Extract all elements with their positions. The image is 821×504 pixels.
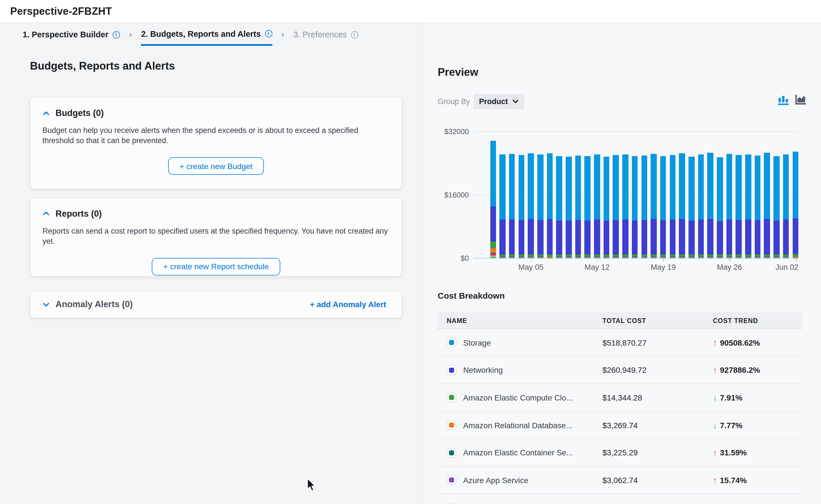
wizard-tab-1[interactable]: 1. Perspective Builderi	[23, 23, 120, 46]
group-by-dropdown[interactable]: Product	[473, 94, 524, 109]
bar-segment-storage	[509, 154, 515, 219]
cost-breakdown-row[interactable]: Elastic Load Balancing$2,359.78↓2.8%	[438, 494, 802, 504]
chevron-down-icon[interactable]	[42, 301, 50, 308]
series-color-swatch[interactable]	[447, 393, 456, 402]
stacked-bar[interactable]	[773, 156, 779, 258]
series-color-swatch[interactable]	[447, 365, 456, 375]
column-header-total-cost: TOTAL COST	[602, 317, 713, 324]
stacked-bar[interactable]	[537, 155, 543, 258]
info-icon[interactable]: i	[351, 31, 358, 38]
stacked-bar[interactable]	[613, 155, 619, 258]
stacked-bar[interactable]	[736, 155, 742, 258]
chevron-down-icon	[512, 100, 519, 104]
page-title: Perspective-2FBZHT	[10, 5, 112, 17]
cost-breakdown-row[interactable]: Amazon Elastic Container Se...$3,225.29↑…	[438, 439, 802, 467]
bar-segment-storage	[773, 156, 779, 221]
stacked-bar[interactable]	[547, 153, 553, 258]
series-color-swatch[interactable]	[447, 420, 456, 430]
cost-breakdown-row[interactable]: Amazon Elastic Compute Clo...$14,344.28↓…	[438, 384, 802, 412]
stacked-bar[interactable]	[764, 153, 770, 258]
budgets-card: Budgets (0) Budget can help you receive …	[30, 97, 402, 189]
trend-percent: 927886.2%	[720, 366, 760, 375]
bar-chart-icon[interactable]	[778, 94, 790, 106]
row-name: Amazon Elastic Container Se...	[463, 448, 573, 457]
row-name: Amazon Elastic Compute Clo...	[463, 393, 573, 402]
row-name: Storage	[463, 338, 491, 347]
bar-segment-storage	[708, 153, 714, 219]
bar-segment-storage	[547, 153, 553, 219]
row-cost-trend: ↑927886.2%	[713, 365, 811, 375]
y-axis-label: $0	[430, 254, 469, 262]
stacked-bar[interactable]	[632, 156, 638, 258]
cost-breakdown-row[interactable]: Amazon Relational Database...$3,269.74↓7…	[438, 412, 802, 439]
info-icon[interactable]: i	[112, 31, 120, 38]
x-axis-tick	[796, 258, 796, 261]
stacked-bar[interactable]	[698, 154, 704, 258]
bar-segment-storage	[679, 153, 685, 219]
stacked-bar[interactable]	[708, 153, 714, 258]
stacked-bar[interactable]	[717, 157, 723, 258]
stacked-bar[interactable]	[499, 154, 505, 258]
budgets-description: Budget can help you receive alerts when …	[42, 126, 389, 146]
series-color-swatch[interactable]	[447, 448, 456, 457]
stacked-bar[interactable]	[745, 154, 751, 258]
wizard-tab-3[interactable]: 3. Preferencesi	[293, 23, 358, 46]
stacked-bar[interactable]	[509, 154, 515, 258]
cost-breakdown-row[interactable]: Networking$260,949.72↑927886.2%	[438, 357, 802, 384]
stacked-bar[interactable]	[584, 156, 590, 258]
bar-segment-networking	[726, 219, 732, 255]
stacked-bar[interactable]	[792, 152, 798, 258]
bar-segment-storage	[764, 153, 770, 219]
info-icon[interactable]: i	[265, 30, 272, 37]
stacked-bar[interactable]	[689, 157, 695, 258]
step-separator-chevron-icon: ›	[281, 23, 284, 46]
stacked-bar[interactable]	[726, 154, 732, 258]
budgets-title: Budgets (0)	[55, 108, 104, 118]
stacked-bar[interactable]	[566, 157, 571, 258]
stacked-bar[interactable]	[594, 154, 600, 258]
series-color-swatch[interactable]	[447, 338, 456, 348]
bar-segment-rds	[490, 249, 496, 253]
stacked-bar[interactable]	[556, 156, 562, 258]
stacked-bar[interactable]	[528, 153, 534, 258]
stacked-bar[interactable]	[641, 156, 647, 258]
wizard-tab-bar: 1. Perspective Builderi›2. Budgets, Repo…	[0, 23, 421, 46]
cost-breakdown-row[interactable]: Azure App Service$3,062.74↑15.74%	[438, 467, 802, 494]
stacked-bar[interactable]	[679, 153, 685, 258]
bar-segment-networking	[499, 220, 505, 255]
bar-segment-networking	[783, 219, 789, 254]
bar-segment-networking	[594, 219, 600, 255]
wizard-tab-2[interactable]: 2. Budgets, Reports and Alertsi	[141, 23, 272, 46]
bar-segment-networking	[528, 219, 534, 255]
preview-heading: Preview	[438, 66, 478, 79]
stacked-bar[interactable]	[575, 156, 581, 258]
stacked-bar[interactable]	[755, 156, 761, 258]
stacked-bar[interactable]	[490, 141, 496, 258]
series-color-swatch[interactable]	[447, 475, 456, 485]
stacked-bar[interactable]	[622, 154, 628, 258]
x-axis-label: May 26	[717, 263, 742, 272]
add-anomaly-alert-link[interactable]: + add Anomaly Alert	[307, 300, 390, 310]
series-color-swatch[interactable]	[447, 503, 456, 504]
area-chart-icon[interactable]	[795, 94, 807, 106]
bar-segment-storage	[726, 154, 732, 219]
stacked-bar[interactable]	[660, 156, 666, 258]
row-cost-trend: ↓7.77%	[713, 420, 811, 430]
stacked-bar[interactable]	[651, 154, 657, 258]
anomaly-alerts-card: Anomaly Alerts (0) + add Anomaly Alert	[30, 291, 402, 318]
bar-segment-storage	[651, 154, 657, 219]
bar-segment-storage	[755, 156, 761, 220]
bar-segment-networking	[509, 219, 515, 255]
row-total-cost: $260,949.72	[602, 366, 713, 375]
bar-segment-storage	[490, 141, 496, 206]
chevron-up-icon[interactable]	[42, 109, 50, 117]
chevron-up-icon[interactable]	[42, 210, 50, 217]
create-budget-button[interactable]: + create new Budget	[168, 158, 264, 175]
stacked-bar[interactable]	[518, 155, 524, 258]
cost-breakdown-row[interactable]: Storage$518,870.27↑90508.62%	[438, 329, 802, 357]
create-report-schedule-button[interactable]: + create new Report schedule	[152, 258, 280, 275]
stacked-bar[interactable]	[603, 157, 609, 258]
stacked-bar[interactable]	[783, 154, 789, 258]
bar-segment-networking	[490, 206, 496, 242]
stacked-bar[interactable]	[670, 155, 676, 258]
